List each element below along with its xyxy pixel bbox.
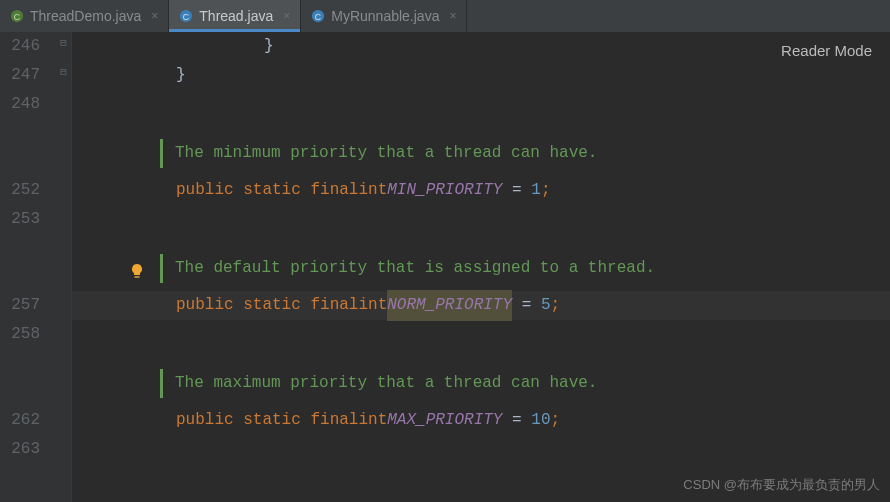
code-line[interactable] [72, 435, 890, 464]
tab-bar: C ThreadDemo.java × C Thread.java × C My… [0, 0, 890, 32]
tab-label: ThreadDemo.java [30, 8, 141, 24]
code-line[interactable]: } [72, 32, 890, 61]
tab-myrunnable[interactable]: C MyRunnable.java × [301, 0, 467, 32]
fold-column: ⊟⊟ [56, 32, 72, 502]
line-number: 262 [0, 406, 40, 435]
code-line[interactable]: } [72, 61, 890, 90]
tab-label: Thread.java [199, 8, 273, 24]
line-number [0, 139, 40, 168]
line-number-gutter: 246247248252253257258262263 [0, 32, 56, 502]
line-number [0, 369, 40, 398]
javadoc-comment[interactable]: The maximum priority that a thread can h… [160, 369, 890, 398]
fold-marker-icon[interactable]: ⊟ [56, 32, 71, 49]
line-number: 253 [0, 205, 40, 234]
code-line[interactable]: public static final int MIN_PRIORITY = 1… [72, 176, 890, 205]
class-icon: C [311, 9, 325, 23]
close-icon[interactable]: × [151, 9, 158, 23]
svg-text:C: C [315, 12, 321, 22]
code-area[interactable]: }}The minimum priority that a thread can… [72, 32, 890, 502]
line-number [0, 254, 40, 283]
code-line[interactable] [72, 90, 890, 119]
line-number: 252 [0, 176, 40, 205]
code-line[interactable]: public static final int MAX_PRIORITY = 1… [72, 406, 890, 435]
line-number: 257 [0, 291, 40, 320]
code-line[interactable] [72, 205, 890, 234]
line-number: 258 [0, 320, 40, 349]
line-number: 247 [0, 61, 40, 90]
line-number: 263 [0, 435, 40, 464]
code-line[interactable]: public static final int NORM_PRIORITY = … [72, 291, 890, 320]
fold-marker-icon[interactable]: ⊟ [56, 61, 71, 78]
line-number: 248 [0, 90, 40, 119]
watermark: CSDN @布布要成为最负责的男人 [683, 476, 880, 494]
intention-bulb-icon[interactable] [129, 261, 145, 277]
javadoc-comment[interactable]: The minimum priority that a thread can h… [160, 139, 890, 168]
line-number: 246 [0, 32, 40, 61]
class-icon: C [179, 9, 193, 23]
tab-threaddemo[interactable]: C ThreadDemo.java × [0, 0, 169, 32]
class-icon: C [10, 9, 24, 23]
svg-text:C: C [14, 12, 20, 22]
svg-rect-6 [135, 276, 140, 278]
close-icon[interactable]: × [283, 9, 290, 23]
javadoc-comment[interactable]: The default priority that is assigned to… [160, 254, 890, 283]
tab-label: MyRunnable.java [331, 8, 439, 24]
svg-text:C: C [183, 12, 189, 22]
code-line[interactable] [72, 320, 890, 349]
close-icon[interactable]: × [449, 9, 456, 23]
tab-thread[interactable]: C Thread.java × [169, 0, 301, 32]
editor: 246247248252253257258262263 ⊟⊟ }}The min… [0, 32, 890, 502]
